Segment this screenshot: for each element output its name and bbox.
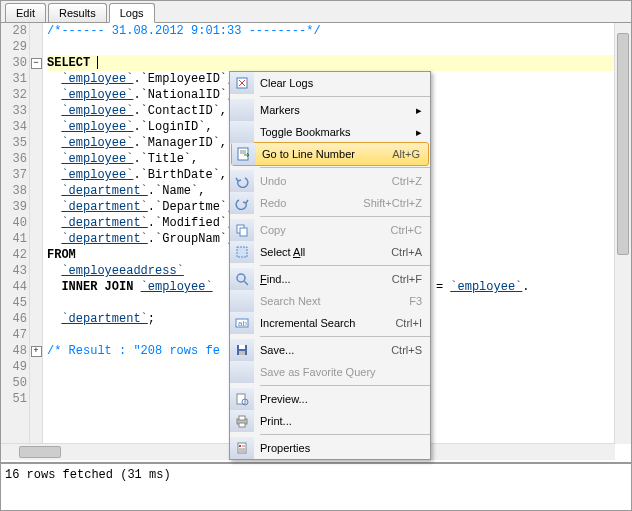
line-gutter: 2829303132333435363738394041424344454647… <box>1 23 30 443</box>
menu-item-find[interactable]: Find...Ctrl+F <box>230 268 430 290</box>
menu-item-search-next: Search NextF3 <box>230 290 430 312</box>
svg-rect-20 <box>239 423 245 427</box>
find-icon <box>230 268 254 290</box>
fold-toggle[interactable]: + <box>31 346 42 357</box>
menu-item-copy: CopyCtrl+C <box>230 219 430 241</box>
menu-item-redo: RedoShift+Ctrl+Z <box>230 192 430 214</box>
goto-icon <box>232 143 256 165</box>
svg-rect-8 <box>237 247 247 257</box>
menu-shortcut: Ctrl+Z <box>392 175 422 187</box>
menu-shortcut: Ctrl+I <box>395 317 422 329</box>
submenu-arrow-icon: ▸ <box>416 126 422 139</box>
undo-icon <box>230 170 254 192</box>
clear-icon <box>230 72 254 94</box>
svg-rect-3 <box>238 148 248 160</box>
code-line[interactable] <box>47 39 631 55</box>
output-panel: 16 rows fetched (31 ms) <box>1 462 631 510</box>
menu-label: Go to Line Number <box>262 148 392 160</box>
menu-shortcut: F3 <box>409 295 422 307</box>
fold-toggle[interactable]: − <box>31 58 42 69</box>
menu-separator <box>260 385 430 386</box>
menu-item-undo: UndoCtrl+Z <box>230 170 430 192</box>
svg-text:ab: ab <box>238 319 247 328</box>
menu-label: Properties <box>260 442 426 454</box>
tab-results[interactable]: Results <box>48 3 107 22</box>
svg-line-10 <box>244 281 248 285</box>
menu-separator <box>260 167 430 168</box>
svg-rect-22 <box>239 445 241 447</box>
menu-item-print[interactable]: Print... <box>230 410 430 432</box>
scrollbar-thumb[interactable] <box>617 33 629 255</box>
props-icon <box>230 437 254 459</box>
menu-separator <box>260 336 430 337</box>
menu-label: Save as Favorite Query <box>260 366 426 378</box>
menu-item-save-as-favorite-query: Save as Favorite Query <box>230 361 430 383</box>
menu-label: Select All <box>260 246 391 258</box>
menu-separator <box>260 216 430 217</box>
scrollbar-thumb[interactable] <box>19 446 61 458</box>
redo-icon <box>230 192 254 214</box>
output-text: 16 rows fetched (31 ms) <box>5 468 171 482</box>
inc-icon: ab <box>230 312 254 334</box>
tab-edit[interactable]: Edit <box>5 3 46 22</box>
menu-shortcut: Shift+Ctrl+Z <box>363 197 422 209</box>
menu-item-incremental-search[interactable]: abIncremental SearchCtrl+I <box>230 312 430 334</box>
svg-rect-7 <box>240 228 247 236</box>
menu-label: Markers <box>260 104 416 116</box>
menu-shortcut: Alt+G <box>392 148 420 160</box>
menu-label: Clear Logs <box>260 77 426 89</box>
menu-shortcut: Ctrl+F <box>392 273 422 285</box>
menu-label: Search Next <box>260 295 409 307</box>
preview-icon <box>230 388 254 410</box>
menu-separator <box>260 265 430 266</box>
menu-item-properties[interactable]: Properties <box>230 437 430 459</box>
context-menu[interactable]: Clear LogsMarkers▸Toggle Bookmarks▸Go to… <box>229 71 431 460</box>
print-icon <box>230 410 254 432</box>
menu-label: Copy <box>260 224 391 236</box>
code-line[interactable]: /*------ 31.08.2012 9:01:33 --------*/ <box>47 23 631 39</box>
save-icon <box>230 339 254 361</box>
menu-label: Redo <box>260 197 363 209</box>
menu-label: Incremental Search <box>260 317 395 329</box>
blank-icon <box>230 121 254 143</box>
svg-rect-19 <box>239 416 245 420</box>
selall-icon <box>230 241 254 263</box>
fold-gutter[interactable]: −+ <box>30 23 43 443</box>
svg-rect-14 <box>239 345 245 349</box>
menu-separator <box>260 96 430 97</box>
menu-label: Print... <box>260 415 426 427</box>
blank-icon <box>230 290 254 312</box>
menu-label: Find... <box>260 273 392 285</box>
svg-point-9 <box>237 274 245 282</box>
menu-item-select-all[interactable]: Select AllCtrl+A <box>230 241 430 263</box>
menu-shortcut: Ctrl+A <box>391 246 422 258</box>
tab-logs[interactable]: Logs <box>109 3 155 23</box>
menu-item-clear-logs[interactable]: Clear Logs <box>230 72 430 94</box>
menu-label: Save... <box>260 344 391 356</box>
menu-item-go-to-line-number[interactable]: Go to Line NumberAlt+G <box>231 142 429 166</box>
menu-shortcut: Ctrl+C <box>391 224 422 236</box>
menu-item-toggle-bookmarks[interactable]: Toggle Bookmarks▸ <box>230 121 430 143</box>
svg-rect-15 <box>239 351 245 355</box>
submenu-arrow-icon: ▸ <box>416 104 422 117</box>
menu-label: Undo <box>260 175 392 187</box>
tab-bar: EditResultsLogs <box>1 1 631 23</box>
menu-label: Preview... <box>260 393 426 405</box>
menu-shortcut: Ctrl+S <box>391 344 422 356</box>
menu-item-preview[interactable]: Preview... <box>230 388 430 410</box>
scrollbar-vertical[interactable] <box>614 23 631 444</box>
menu-separator <box>260 434 430 435</box>
code-line[interactable]: SELECT <box>47 55 631 71</box>
menu-item-markers[interactable]: Markers▸ <box>230 99 430 121</box>
copy-icon <box>230 219 254 241</box>
blank-icon <box>230 99 254 121</box>
menu-item-save[interactable]: Save...Ctrl+S <box>230 339 430 361</box>
blank-icon <box>230 361 254 383</box>
menu-label: Toggle Bookmarks <box>260 126 416 138</box>
